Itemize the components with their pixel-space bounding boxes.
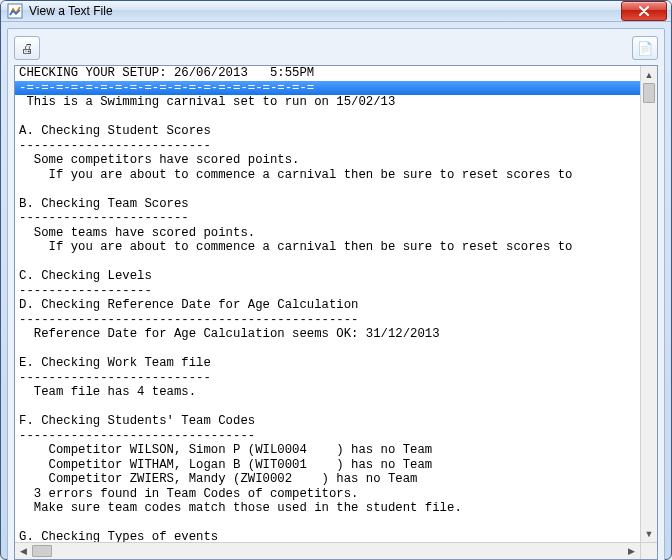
scroll-corner (640, 542, 657, 559)
text-viewer: CHECKING YOUR SETUP: 26/06/2013 5:55PM-=… (14, 65, 658, 560)
text-line[interactable]: Competitor WITHAM, Logan B (WIT0001 ) ha… (15, 458, 657, 473)
scroll-down-arrow[interactable]: ▼ (641, 525, 657, 542)
export-button[interactable]: 📄 (632, 36, 658, 60)
print-button[interactable]: 🖨 (14, 36, 40, 60)
vertical-scrollbar[interactable]: ▲ ▼ (640, 66, 657, 542)
text-line[interactable] (15, 400, 657, 415)
horizontal-scrollbar[interactable]: ◀ ▶ (15, 542, 640, 559)
text-line[interactable] (15, 255, 657, 270)
text-line[interactable]: ----------------------------------------… (15, 313, 657, 328)
print-icon: 🖨 (21, 41, 34, 56)
text-line[interactable]: CHECKING YOUR SETUP: 26/06/2013 5:55PM (15, 66, 657, 81)
text-line[interactable]: F. Checking Students' Team Codes (15, 414, 657, 429)
text-line[interactable]: E. Checking Work Team file (15, 356, 657, 371)
text-line[interactable]: ------------------ (15, 284, 657, 299)
titlebar[interactable]: View a Text File (1, 1, 671, 22)
text-content[interactable]: CHECKING YOUR SETUP: 26/06/2013 5:55PM-=… (15, 66, 657, 559)
app-icon (7, 3, 23, 19)
text-line[interactable]: Competitor WILSON, Simon P (WIL0004 ) ha… (15, 443, 657, 458)
text-line[interactable]: Team file has 4 teams. (15, 385, 657, 400)
text-line[interactable]: -------------------------- (15, 371, 657, 386)
text-line[interactable] (15, 110, 657, 125)
text-line[interactable]: B. Checking Team Scores (15, 197, 657, 212)
text-line[interactable]: C. Checking Levels (15, 269, 657, 284)
scroll-up-arrow[interactable]: ▲ (641, 66, 657, 83)
text-line[interactable]: This is a Swimming carnival set to run o… (15, 95, 657, 110)
hscroll-track[interactable] (32, 543, 623, 559)
vscroll-thumb[interactable] (643, 83, 655, 103)
text-line[interactable]: If you are about to commence a carnival … (15, 240, 657, 255)
window-title: View a Text File (29, 4, 621, 18)
text-line[interactable]: Some competitors have scored points. (15, 153, 657, 168)
export-icon: 📄 (637, 41, 653, 56)
text-line[interactable]: 3 errors found in Team Codes of competit… (15, 487, 657, 502)
text-line[interactable] (15, 342, 657, 357)
scroll-right-arrow[interactable]: ▶ (623, 543, 640, 559)
text-line[interactable]: ----------------------- (15, 211, 657, 226)
text-line[interactable]: -------------------------------- (15, 429, 657, 444)
toolbar: 🖨 📄 (14, 35, 658, 61)
text-line[interactable] (15, 516, 657, 531)
text-line[interactable] (15, 182, 657, 197)
text-line[interactable]: -=-=-=-=-=-=-=-=-=-=-=-=-=-=-=-=-=-=-=-= (15, 81, 657, 96)
text-line[interactable]: -------------------------- (15, 139, 657, 154)
text-line[interactable]: Some teams have scored points. (15, 226, 657, 241)
text-line[interactable]: A. Checking Student Scores (15, 124, 657, 139)
text-line[interactable]: D. Checking Reference Date for Age Calcu… (15, 298, 657, 313)
text-line[interactable]: Make sure team codes match those used in… (15, 501, 657, 516)
text-line[interactable]: Competitor ZWIERS, Mandy (ZWI0002 ) has … (15, 472, 657, 487)
text-line[interactable]: If you are about to commence a carnival … (15, 168, 657, 183)
hscroll-thumb[interactable] (32, 545, 52, 557)
close-button[interactable] (621, 1, 667, 21)
text-line[interactable]: Reference Date for Age Calculation seems… (15, 327, 657, 342)
vscroll-track[interactable] (641, 83, 657, 525)
scroll-left-arrow[interactable]: ◀ (15, 543, 32, 559)
client-area: 🖨 📄 CHECKING YOUR SETUP: 26/06/2013 5:55… (7, 28, 665, 560)
window-frame: View a Text File 🖨 📄 CHECKING YOUR SETUP… (0, 0, 672, 560)
